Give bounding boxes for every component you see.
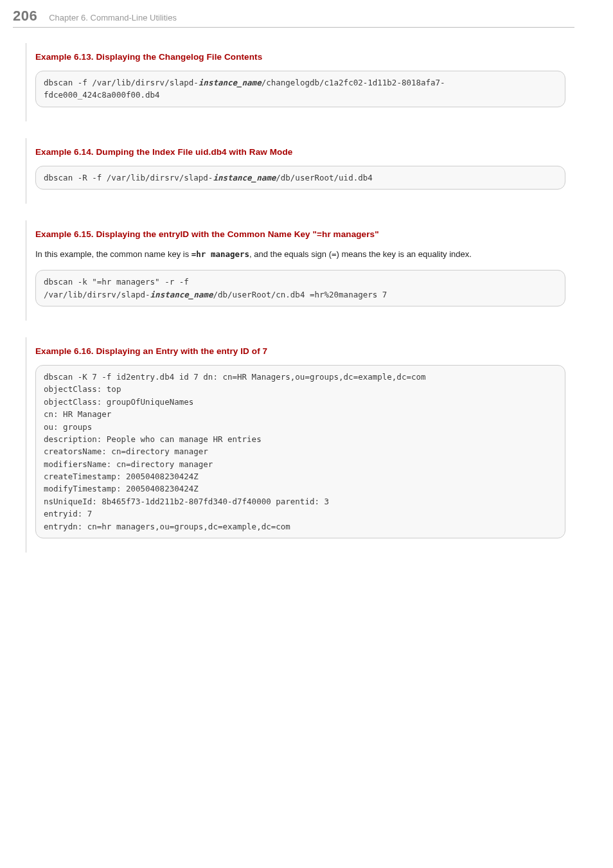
- code-block: dbscan -k "=hr managers" -r -f /var/lib/…: [35, 270, 565, 306]
- code-text-post: /db/userRoot/cn.db4 =hr%20managers 7: [213, 290, 387, 299]
- example-title: Example 6.15. Displaying the entryID wit…: [35, 229, 568, 239]
- para-mono-text: =: [332, 249, 337, 259]
- code-text-pre: dbscan -R -f /var/lib/dirsrv/slapd-: [44, 173, 213, 182]
- code-block: dbscan -K 7 -f id2entry.db4 id 7 dn: cn=…: [35, 365, 565, 538]
- page-header: 206 Chapter 6. Command-Line Utilities: [13, 0, 574, 28]
- example-6-15: Example 6.15. Displaying the entryID wit…: [26, 220, 568, 321]
- para-text-b: , and the equals sign (: [249, 249, 332, 259]
- example-6-14: Example 6.14. Dumping the Index File uid…: [26, 138, 568, 204]
- example-title: Example 6.14. Dumping the Index File uid…: [35, 147, 568, 157]
- page: 206 Chapter 6. Command-Line Utilities Ex…: [0, 0, 613, 553]
- page-content: Example 6.13. Displaying the Changelog F…: [0, 28, 613, 553]
- instance-name-placeholder: instance_name: [199, 78, 262, 87]
- para-text-c: ) means the key is an equality index.: [337, 249, 472, 259]
- example-description: In this example, the common name key is …: [35, 248, 568, 261]
- para-text-a: In this example, the common name key is: [35, 249, 191, 259]
- page-number: 206: [13, 8, 37, 24]
- example-title: Example 6.13. Displaying the Changelog F…: [35, 52, 568, 62]
- instance-name-placeholder: instance_name: [150, 290, 213, 299]
- example-6-16: Example 6.16. Displaying an Entry with t…: [26, 337, 568, 553]
- code-block: dbscan -f /var/lib/dirsrv/slapd-instance…: [35, 71, 565, 107]
- example-6-13: Example 6.13. Displaying the Changelog F…: [26, 43, 568, 121]
- instance-name-placeholder: instance_name: [213, 173, 276, 182]
- example-title: Example 6.16. Displaying an Entry with t…: [35, 346, 568, 356]
- code-text-pre: dbscan -f /var/lib/dirsrv/slapd-: [44, 78, 199, 87]
- code-text-post: /db/userRoot/uid.db4: [276, 173, 373, 182]
- chapter-title: Chapter 6. Command-Line Utilities: [49, 13, 177, 22]
- para-bold-text: =hr managers: [191, 249, 249, 259]
- code-block: dbscan -R -f /var/lib/dirsrv/slapd-insta…: [35, 166, 565, 190]
